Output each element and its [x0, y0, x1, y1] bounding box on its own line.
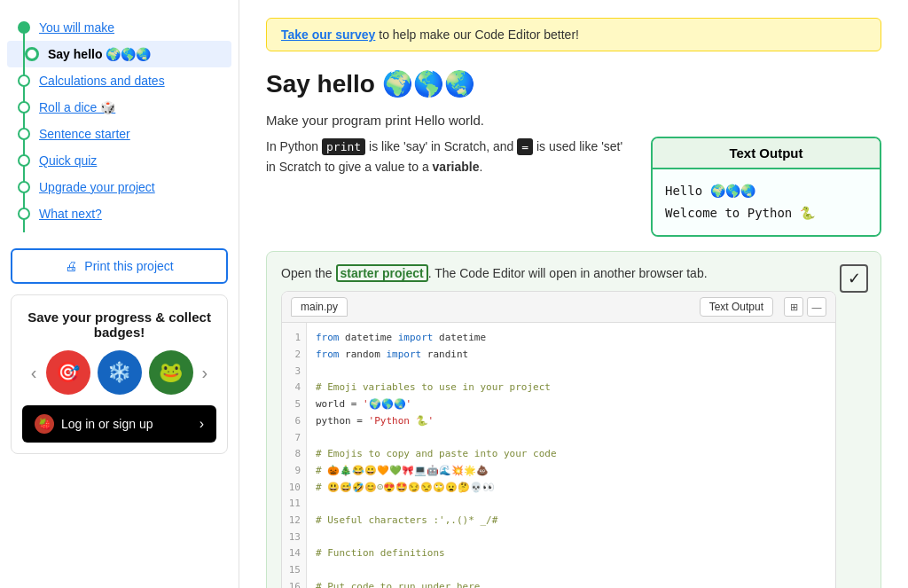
- variable-bold: variable: [433, 160, 480, 174]
- page-title: Say hello 🌍🌎🌏: [266, 69, 881, 98]
- code-line-6: python = 'Python 🐍': [316, 413, 826, 430]
- nav-link-upgrade[interactable]: Upgrade your project: [39, 180, 155, 194]
- sidebar: You will make Say hello 🌍🌎🌏 Calculations…: [0, 0, 239, 588]
- nav-dot-you-will-make: [18, 21, 30, 34]
- badges-row: ‹ 🎯 ❄️ 🐸 ›: [22, 350, 216, 395]
- badge-red: 🎯: [46, 350, 90, 395]
- code-line-5: world = '🌍🌎🌏': [316, 396, 826, 413]
- text-output-content: Hello 🌍🌎🌏 Welcome to Python 🐍: [653, 169, 880, 235]
- code-line-3: [316, 364, 826, 380]
- nav-dot-roll-a-dice: [18, 101, 30, 114]
- code-line-4: # Emoji variables to use in your project: [316, 380, 826, 396]
- editor-toolbar: main.py Text Output ⊞ —: [282, 292, 835, 323]
- starter-project-link[interactable]: starter project: [336, 264, 428, 282]
- content-row: In Python print is like 'say' in Scratch…: [266, 137, 881, 237]
- nav-dot-calculations: [18, 74, 30, 87]
- nav-link-calculations[interactable]: Calculations and dates: [39, 74, 165, 88]
- code-line-7: [316, 430, 826, 447]
- print-icon: 🖨: [65, 259, 77, 273]
- badge-green: 🐸: [149, 350, 193, 395]
- equals-code-inline: =: [517, 138, 533, 155]
- nav-label-say-hello: Say hello 🌍🌎🌏: [48, 47, 151, 61]
- save-card-title: Save your progress & collect badges!: [22, 310, 216, 340]
- code-line-2: from random import randint: [316, 347, 826, 364]
- code-line-12: # Useful characters :',.()* _/#: [316, 513, 826, 529]
- nav-dot-sentence-starter: [18, 128, 30, 140]
- text-output-line1: Hello 🌍🌎🌏: [665, 180, 867, 202]
- login-button-label: Log in or sign up: [61, 417, 153, 431]
- badge-red-icon: 🎯: [56, 361, 80, 384]
- badge-green-icon: 🐸: [159, 361, 183, 384]
- code-line-14: # Function definitions: [316, 545, 826, 562]
- code-line-16: # Put code to run under here: [316, 579, 826, 588]
- editor-tab-mainpy[interactable]: main.py: [291, 297, 348, 317]
- nav-link-quick-quiz[interactable]: Quick quiz: [39, 153, 97, 168]
- badge-blue-icon: ❄️: [107, 361, 131, 384]
- nav-link-sentence-starter[interactable]: Sentence starter: [39, 127, 130, 141]
- body-text-end: .: [480, 160, 483, 174]
- body-text-before: In Python: [266, 139, 322, 153]
- code-area[interactable]: from datetime import datetime from rando…: [307, 323, 835, 588]
- body-text-middle: is like 'say' in Scratch, and: [365, 139, 517, 153]
- sidebar-item-you-will-make[interactable]: You will make: [0, 14, 239, 41]
- sidebar-item-say-hello[interactable]: Say hello 🌍🌎🌏: [7, 41, 231, 67]
- sidebar-item-roll-a-dice[interactable]: Roll a dice 🎲: [0, 94, 239, 121]
- sidebar-item-upgrade-your-project[interactable]: Upgrade your project: [0, 174, 239, 200]
- survey-text: to help make our Code Editor better!: [375, 27, 579, 42]
- starter-project-text-before: Open the: [281, 266, 336, 280]
- print-code-inline: print: [322, 138, 365, 155]
- nav-emoji-say-hello: 🌍🌎🌏: [106, 47, 151, 61]
- editor-tab-output[interactable]: Text Output: [700, 297, 773, 317]
- login-arrow-icon: ›: [200, 416, 204, 432]
- main-content: Take our survey to help make our Code Ed…: [239, 0, 908, 588]
- code-line-1: from datetime import datetime: [316, 330, 826, 347]
- nav-link-roll-a-dice[interactable]: Roll a dice 🎲: [39, 100, 115, 114]
- sidebar-item-quick-quiz[interactable]: Quick quiz: [0, 147, 239, 174]
- sidebar-item-calculations-and-dates[interactable]: Calculations and dates: [0, 67, 239, 94]
- nav-dot-quick-quiz: [18, 154, 30, 167]
- sidebar-item-what-next[interactable]: What next?: [0, 200, 239, 227]
- code-line-9: # 🎃🎄😂😀🧡💚🎀💻🤖🌊💥🌟💩: [316, 463, 826, 480]
- starter-project-text-after: . The Code Editor will open in another b…: [428, 266, 708, 280]
- code-line-13: [316, 529, 826, 546]
- raspberry-icon: 🍓: [35, 414, 54, 434]
- nav-link-what-next[interactable]: What next?: [39, 207, 102, 221]
- body-text: In Python print is like 'say' in Scratch…: [266, 137, 633, 237]
- checkbox-icon[interactable]: ✓: [840, 264, 868, 293]
- login-button-left: 🍓 Log in or sign up: [35, 414, 153, 434]
- nav-list: You will make Say hello 🌍🌎🌏 Calculations…: [0, 14, 239, 241]
- editor-collapse-icon[interactable]: —: [807, 297, 826, 317]
- intro-text: Make your program print Hello world.: [266, 113, 881, 128]
- print-button-label: Print this project: [84, 259, 173, 273]
- nav-link-you-will-make[interactable]: You will make: [39, 20, 114, 35]
- sidebar-item-sentence-starter[interactable]: Sentence starter: [0, 121, 239, 147]
- badge-arrow-left-icon: ‹: [31, 363, 37, 383]
- save-card: Save your progress & collect badges! ‹ 🎯…: [11, 294, 228, 454]
- nav-dot-what-next: [18, 208, 30, 220]
- sidebar-bottom: 🖨 Print this project Save your progress …: [0, 241, 239, 465]
- line-numbers: 1234567891011121314151617: [282, 323, 307, 588]
- text-output-box: Text Output Hello 🌍🌎🌏 Welcome to Python …: [651, 137, 881, 237]
- starter-project-box: Open the starter project. The Code Edito…: [266, 251, 881, 588]
- print-button[interactable]: 🖨 Print this project: [11, 248, 228, 284]
- survey-banner: Take our survey to help make our Code Ed…: [266, 18, 881, 51]
- survey-link[interactable]: Take our survey: [281, 27, 375, 42]
- code-line-11: [316, 496, 826, 513]
- text-output-header: Text Output: [653, 138, 880, 169]
- badge-arrow-right-icon: ›: [202, 363, 208, 383]
- code-line-15: [316, 562, 826, 579]
- editor-expand-icon[interactable]: ⊞: [784, 297, 803, 317]
- text-output-line2: Welcome to Python 🐍: [665, 202, 867, 224]
- nav-dot-upgrade: [18, 181, 30, 193]
- login-button[interactable]: 🍓 Log in or sign up ›: [22, 405, 216, 443]
- nav-dot-say-hello: [25, 47, 39, 61]
- code-line-10: # 😃😅🤣😊☺️😍🤩😏😒🙄😦🤔💀👀: [316, 480, 826, 497]
- editor-icon-group: ⊞ —: [784, 297, 826, 317]
- badge-blue: ❄️: [98, 350, 142, 395]
- starter-project-text: Open the starter project. The Code Edito…: [281, 266, 836, 280]
- editor-body: 1234567891011121314151617 from datetime …: [282, 323, 835, 588]
- code-editor: main.py Text Output ⊞ — 1234567891011121…: [281, 291, 836, 588]
- code-line-8: # Emojis to copy and paste into your cod…: [316, 446, 826, 463]
